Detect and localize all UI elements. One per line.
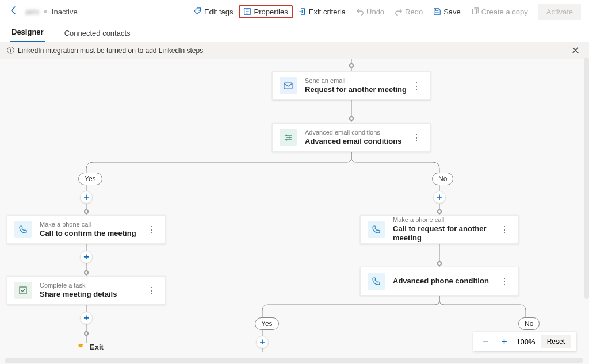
email-icon xyxy=(280,77,297,94)
svg-point-14 xyxy=(286,139,288,141)
node-title: Share meeting details xyxy=(40,290,117,299)
node-call-request[interactable]: Make a phone call Call to request for an… xyxy=(360,215,519,244)
connector-dot xyxy=(84,331,89,336)
properties-button[interactable]: Properties xyxy=(239,5,292,18)
properties-icon xyxy=(243,7,251,16)
zoom-value: 100% xyxy=(516,338,535,346)
node-call-confirm[interactable]: Make a phone call Call to confirm the me… xyxy=(7,215,166,244)
zoom-reset-button[interactable]: Reset xyxy=(541,335,571,348)
connector-dot xyxy=(437,261,442,266)
activate-button[interactable]: Activate xyxy=(538,4,581,20)
flag-icon xyxy=(77,343,85,351)
add-step-button[interactable]: + xyxy=(256,336,269,348)
connector-dot xyxy=(437,209,442,214)
zoom-out-button[interactable]: − xyxy=(479,336,492,348)
connector-dot xyxy=(84,209,89,214)
info-close-button[interactable]: ✕ xyxy=(569,44,582,57)
undo-label: Undo xyxy=(366,7,384,16)
node-title: Advanced email conditions xyxy=(305,137,401,146)
info-bar: ⓘ LinkedIn integration must be turned on… xyxy=(0,43,589,59)
copy-icon xyxy=(471,7,479,16)
condition-icon xyxy=(280,129,297,146)
info-message: LinkedIn integration must be turned on t… xyxy=(18,47,203,55)
redo-icon xyxy=(395,7,403,16)
add-step-button[interactable]: + xyxy=(80,312,93,324)
tab-row: Designer Connected contacts xyxy=(0,23,589,43)
node-menu-button[interactable]: ⋮ xyxy=(498,276,511,287)
exit-criteria-button[interactable]: Exit criteria xyxy=(294,5,350,18)
vertical-scrollbar[interactable] xyxy=(584,58,589,299)
designer-canvas[interactable]: Send an email Request for another meetin… xyxy=(0,59,589,364)
undo-button[interactable]: Undo xyxy=(351,5,389,18)
node-menu-button[interactable]: ⋮ xyxy=(144,285,158,296)
add-step-button[interactable]: + xyxy=(433,191,446,204)
tag-icon xyxy=(194,7,202,16)
node-complete-task[interactable]: Complete a task Share meeting details ⋮ xyxy=(7,276,166,305)
branch-yes-pill[interactable]: Yes xyxy=(255,317,279,330)
tab-connected-contacts[interactable]: Connected contacts xyxy=(63,25,132,42)
node-email-condition[interactable]: Advanced email conditions Advanced email… xyxy=(272,123,431,152)
save-icon xyxy=(433,7,441,16)
branch-no-pill[interactable]: No xyxy=(518,317,540,330)
node-type-label: Make a phone call xyxy=(393,216,498,224)
node-title: Request for another meeting xyxy=(305,85,407,94)
create-copy-button[interactable]: Create a copy xyxy=(466,5,533,18)
exit-icon xyxy=(299,7,307,16)
zoom-in-button[interactable]: + xyxy=(498,336,510,348)
connector-dot xyxy=(349,63,354,68)
phone-icon xyxy=(368,221,385,238)
status-dot xyxy=(44,10,47,13)
connector-dot xyxy=(84,270,89,275)
svg-point-12 xyxy=(286,135,288,136)
redo-button[interactable]: Redo xyxy=(390,5,427,18)
undo-icon xyxy=(356,7,364,16)
exit-node[interactable]: Exit xyxy=(77,343,104,351)
properties-label: Properties xyxy=(254,7,288,16)
top-bar: akhi Inactive Edit tags Properties Exit … xyxy=(0,0,589,23)
svg-point-0 xyxy=(198,10,200,11)
svg-point-13 xyxy=(289,137,291,139)
connector-dot xyxy=(349,116,354,121)
status-label: Inactive xyxy=(52,7,78,16)
node-title: Advanced phone condition xyxy=(393,277,489,286)
back-button[interactable] xyxy=(8,6,20,18)
node-type-label: Make a phone call xyxy=(40,221,136,229)
node-phone-condition[interactable]: Advanced phone condition ⋮ xyxy=(360,267,519,296)
node-type-label: Complete a task xyxy=(40,282,117,290)
info-icon: ⓘ xyxy=(7,45,14,56)
exit-label: Exit xyxy=(90,343,104,351)
exit-criteria-label: Exit criteria xyxy=(309,7,346,16)
phone-icon xyxy=(14,221,32,238)
save-label: Save xyxy=(443,7,461,16)
svg-rect-15 xyxy=(20,287,26,294)
phone-condition-icon xyxy=(368,273,385,290)
node-type-label: Send an email xyxy=(305,77,407,85)
sequence-name: akhi xyxy=(25,7,39,16)
add-step-button[interactable]: + xyxy=(80,251,93,263)
node-menu-button[interactable]: ⋮ xyxy=(410,81,423,91)
tab-designer[interactable]: Designer xyxy=(10,24,45,42)
branch-no-pill[interactable]: No xyxy=(432,173,453,185)
node-title: Call to request for another meeting xyxy=(393,224,498,243)
node-type-label: Advanced email conditions xyxy=(305,129,401,137)
node-menu-button[interactable]: ⋮ xyxy=(498,224,511,235)
redo-label: Redo xyxy=(405,7,423,16)
zoom-control: − + 100% Reset xyxy=(473,332,576,351)
command-bar: Edit tags Properties Exit criteria Undo … xyxy=(189,4,581,20)
edit-tags-button[interactable]: Edit tags xyxy=(189,5,238,18)
node-send-email[interactable]: Send an email Request for another meetin… xyxy=(272,71,431,100)
branch-yes-pill[interactable]: Yes xyxy=(78,173,102,185)
svg-rect-11 xyxy=(284,83,292,89)
task-icon xyxy=(14,282,32,299)
svg-rect-2 xyxy=(472,9,476,14)
horizontal-scrollbar[interactable] xyxy=(5,358,583,363)
edit-tags-label: Edit tags xyxy=(204,7,234,16)
save-button[interactable]: Save xyxy=(429,5,465,18)
add-step-button[interactable]: + xyxy=(80,191,93,204)
create-copy-label: Create a copy xyxy=(481,7,528,16)
node-menu-button[interactable]: ⋮ xyxy=(410,132,423,143)
node-menu-button[interactable]: ⋮ xyxy=(144,224,158,235)
node-title: Call to confirm the meeting xyxy=(40,229,136,238)
